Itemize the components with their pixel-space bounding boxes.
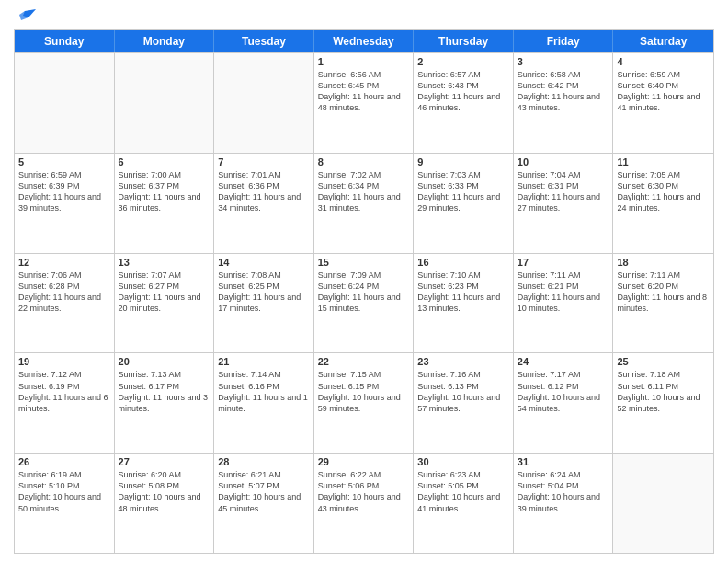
day-info: Sunrise: 7:15 AM Sunset: 6:15 PM Dayligh…: [318, 369, 410, 414]
empty-cell-0-0: [15, 53, 115, 153]
day-info: Sunrise: 7:00 AM Sunset: 6:37 PM Dayligh…: [119, 169, 210, 214]
day-number: 19: [18, 356, 110, 367]
day-cell-5: 5Sunrise: 6:59 AM Sunset: 6:39 PM Daylig…: [15, 154, 115, 253]
weekday-header-monday: Monday: [115, 30, 215, 52]
weekday-header-sunday: Sunday: [15, 30, 115, 52]
calendar-row-0: 1Sunrise: 6:56 AM Sunset: 6:45 PM Daylig…: [15, 52, 713, 153]
day-cell-27: 27Sunrise: 6:20 AM Sunset: 5:08 PM Dayli…: [115, 454, 215, 553]
day-number: 11: [617, 156, 710, 167]
day-info: Sunrise: 7:09 AM Sunset: 6:24 PM Dayligh…: [318, 270, 410, 315]
day-number: 9: [417, 156, 509, 167]
day-info: Sunrise: 7:17 AM Sunset: 6:12 PM Dayligh…: [518, 369, 609, 414]
calendar-body: 1Sunrise: 6:56 AM Sunset: 6:45 PM Daylig…: [15, 52, 713, 553]
day-cell-16: 16Sunrise: 7:10 AM Sunset: 6:23 PM Dayli…: [414, 254, 514, 353]
calendar-row-3: 19Sunrise: 7:12 AM Sunset: 6:19 PM Dayli…: [15, 352, 713, 453]
day-cell-25: 25Sunrise: 7:18 AM Sunset: 6:11 PM Dayli…: [613, 353, 713, 453]
day-cell-3: 3Sunrise: 6:58 AM Sunset: 6:42 PM Daylig…: [514, 53, 614, 153]
day-cell-30: 30Sunrise: 6:23 AM Sunset: 5:05 PM Dayli…: [414, 454, 514, 553]
day-number: 25: [617, 356, 710, 367]
day-cell-14: 14Sunrise: 7:08 AM Sunset: 6:25 PM Dayli…: [214, 254, 314, 353]
day-cell-17: 17Sunrise: 7:11 AM Sunset: 6:21 PM Dayli…: [514, 254, 614, 353]
day-cell-11: 11Sunrise: 7:05 AM Sunset: 6:30 PM Dayli…: [613, 154, 713, 253]
day-number: 29: [318, 456, 410, 467]
day-info: Sunrise: 6:24 AM Sunset: 5:04 PM Dayligh…: [518, 469, 609, 514]
empty-cell-4-6: [613, 454, 713, 553]
header: [14, 9, 714, 22]
day-info: Sunrise: 7:13 AM Sunset: 6:17 PM Dayligh…: [119, 369, 210, 414]
day-info: Sunrise: 7:11 AM Sunset: 6:21 PM Dayligh…: [518, 270, 609, 315]
day-number: 1: [318, 56, 410, 67]
day-number: 2: [417, 56, 509, 67]
day-number: 7: [218, 156, 310, 167]
day-cell-23: 23Sunrise: 7:16 AM Sunset: 6:13 PM Dayli…: [414, 353, 514, 453]
day-number: 4: [617, 56, 710, 67]
day-number: 31: [518, 456, 609, 467]
logo-bird-icon: [16, 9, 36, 26]
calendar-row-2: 12Sunrise: 7:06 AM Sunset: 6:28 PM Dayli…: [15, 253, 713, 353]
day-info: Sunrise: 6:20 AM Sunset: 5:08 PM Dayligh…: [119, 469, 210, 514]
day-cell-29: 29Sunrise: 6:22 AM Sunset: 5:06 PM Dayli…: [314, 454, 415, 553]
day-number: 21: [218, 356, 310, 367]
day-info: Sunrise: 7:06 AM Sunset: 6:28 PM Dayligh…: [18, 270, 110, 315]
day-number: 12: [18, 257, 110, 268]
day-number: 15: [318, 257, 410, 268]
day-number: 22: [318, 356, 410, 367]
day-info: Sunrise: 6:19 AM Sunset: 5:10 PM Dayligh…: [18, 469, 110, 514]
day-number: 24: [518, 356, 609, 367]
day-number: 3: [518, 56, 609, 67]
day-info: Sunrise: 7:03 AM Sunset: 6:33 PM Dayligh…: [417, 169, 509, 214]
empty-cell-0-2: [214, 53, 314, 153]
day-info: Sunrise: 6:56 AM Sunset: 6:45 PM Dayligh…: [318, 69, 410, 114]
day-cell-2: 2Sunrise: 6:57 AM Sunset: 6:43 PM Daylig…: [414, 53, 514, 153]
day-number: 18: [617, 257, 710, 268]
weekday-header-thursday: Thursday: [414, 30, 514, 52]
day-cell-12: 12Sunrise: 7:06 AM Sunset: 6:28 PM Dayli…: [15, 254, 115, 353]
day-cell-21: 21Sunrise: 7:14 AM Sunset: 6:16 PM Dayli…: [214, 353, 314, 453]
empty-cell-0-1: [115, 53, 215, 153]
day-info: Sunrise: 6:59 AM Sunset: 6:40 PM Dayligh…: [617, 69, 710, 114]
page: SundayMondayTuesdayWednesdayThursdayFrid…: [0, 0, 728, 563]
calendar-row-4: 26Sunrise: 6:19 AM Sunset: 5:10 PM Dayli…: [15, 453, 713, 553]
day-info: Sunrise: 6:21 AM Sunset: 5:07 PM Dayligh…: [218, 469, 310, 514]
day-info: Sunrise: 7:18 AM Sunset: 6:11 PM Dayligh…: [617, 369, 710, 414]
logo: [14, 9, 36, 22]
day-cell-24: 24Sunrise: 7:17 AM Sunset: 6:12 PM Dayli…: [514, 353, 614, 453]
day-cell-18: 18Sunrise: 7:11 AM Sunset: 6:20 PM Dayli…: [613, 254, 713, 353]
day-info: Sunrise: 6:59 AM Sunset: 6:39 PM Dayligh…: [18, 169, 110, 214]
day-info: Sunrise: 7:08 AM Sunset: 6:25 PM Dayligh…: [218, 270, 310, 315]
day-number: 20: [119, 356, 210, 367]
day-info: Sunrise: 7:16 AM Sunset: 6:13 PM Dayligh…: [417, 369, 509, 414]
day-info: Sunrise: 7:05 AM Sunset: 6:30 PM Dayligh…: [617, 169, 710, 214]
day-number: 30: [417, 456, 509, 467]
day-cell-19: 19Sunrise: 7:12 AM Sunset: 6:19 PM Dayli…: [15, 353, 115, 453]
day-cell-9: 9Sunrise: 7:03 AM Sunset: 6:33 PM Daylig…: [414, 154, 514, 253]
day-info: Sunrise: 6:57 AM Sunset: 6:43 PM Dayligh…: [417, 69, 509, 114]
day-cell-6: 6Sunrise: 7:00 AM Sunset: 6:37 PM Daylig…: [115, 154, 215, 253]
day-cell-31: 31Sunrise: 6:24 AM Sunset: 5:04 PM Dayli…: [514, 454, 614, 553]
day-info: Sunrise: 7:02 AM Sunset: 6:34 PM Dayligh…: [318, 169, 410, 214]
day-cell-28: 28Sunrise: 6:21 AM Sunset: 5:07 PM Dayli…: [214, 454, 314, 553]
day-number: 26: [18, 456, 110, 467]
day-number: 27: [119, 456, 210, 467]
day-number: 6: [119, 156, 210, 167]
day-cell-8: 8Sunrise: 7:02 AM Sunset: 6:34 PM Daylig…: [314, 154, 415, 253]
day-number: 23: [417, 356, 509, 367]
day-info: Sunrise: 7:10 AM Sunset: 6:23 PM Dayligh…: [417, 270, 509, 315]
day-info: Sunrise: 7:14 AM Sunset: 6:16 PM Dayligh…: [218, 369, 310, 414]
calendar: SundayMondayTuesdayWednesdayThursdayFrid…: [14, 29, 714, 554]
weekday-header-saturday: Saturday: [613, 30, 713, 52]
day-cell-10: 10Sunrise: 7:04 AM Sunset: 6:31 PM Dayli…: [514, 154, 614, 253]
day-cell-7: 7Sunrise: 7:01 AM Sunset: 6:36 PM Daylig…: [214, 154, 314, 253]
day-info: Sunrise: 7:01 AM Sunset: 6:36 PM Dayligh…: [218, 169, 310, 214]
day-cell-13: 13Sunrise: 7:07 AM Sunset: 6:27 PM Dayli…: [115, 254, 215, 353]
day-cell-22: 22Sunrise: 7:15 AM Sunset: 6:15 PM Dayli…: [314, 353, 415, 453]
day-cell-26: 26Sunrise: 6:19 AM Sunset: 5:10 PM Dayli…: [15, 454, 115, 553]
day-number: 8: [318, 156, 410, 167]
day-cell-20: 20Sunrise: 7:13 AM Sunset: 6:17 PM Dayli…: [115, 353, 215, 453]
day-number: 16: [417, 257, 509, 268]
day-info: Sunrise: 7:11 AM Sunset: 6:20 PM Dayligh…: [617, 270, 710, 315]
day-number: 10: [518, 156, 609, 167]
day-info: Sunrise: 6:22 AM Sunset: 5:06 PM Dayligh…: [318, 469, 410, 514]
day-cell-4: 4Sunrise: 6:59 AM Sunset: 6:40 PM Daylig…: [613, 53, 713, 153]
day-number: 28: [218, 456, 310, 467]
